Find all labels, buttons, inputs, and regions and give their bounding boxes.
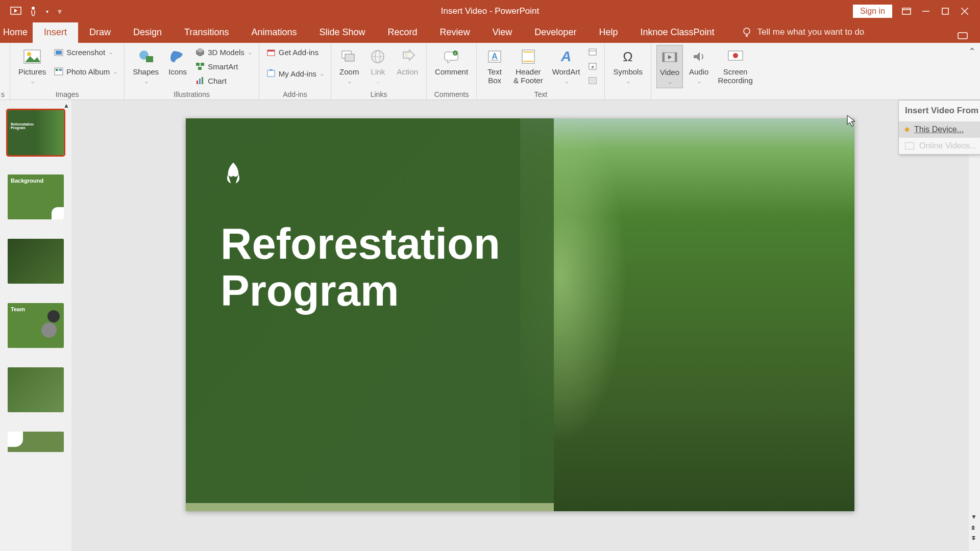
audio-button[interactable]: Audio⌵ [686,45,712,87]
pictures-button[interactable]: Pictures⌵ [15,45,49,87]
link-button[interactable]: Link⌵ [365,45,390,87]
3dmodels-button[interactable]: 3D Models⌵ [193,45,254,59]
ribbon-display-options-icon[interactable] [901,6,912,16]
object-button[interactable] [586,73,599,88]
comment-button[interactable]: + Comment [432,45,471,78]
svg-text:A: A [492,52,498,61]
slide-editor-area[interactable]: ReforestationProgram Insert Video From T… [71,100,969,551]
dropdown-item-online-videos[interactable]: Online Videos... [899,138,980,154]
pictures-icon [22,47,42,66]
slide-title-text[interactable]: ReforestationProgram [220,220,500,314]
slide-canvas[interactable]: ReforestationProgram [186,118,854,511]
tab-animations[interactable]: Animations [240,22,308,43]
svg-rect-20 [146,56,153,62]
collapse-ribbon-icon[interactable]: ⌃ [968,46,976,57]
headerfooter-button[interactable]: Header & Footer [510,45,546,87]
svg-point-8 [744,28,750,34]
dropdown-item-this-device[interactable]: This Device... [899,121,980,138]
chart-button[interactable]: Chart [193,73,254,88]
link-icon [368,47,387,66]
scroll-down-icon[interactable]: ▼ [971,513,977,520]
store-icon [266,48,276,56]
comment-icon: + [442,47,461,66]
svg-rect-22 [201,63,204,66]
tell-me-search[interactable] [741,27,911,43]
headerfooter-icon [519,47,538,66]
myaddins-button[interactable]: My Add-ins⌵ [264,66,326,81]
slide-thumbnail-5[interactable] [8,367,64,412]
share-icon[interactable] [958,33,968,43]
tab-home[interactable]: Home [0,22,33,43]
action-icon [398,47,417,66]
svg-rect-15 [56,51,62,55]
title-bar: ▾ ▾ Insert Video - PowerPoint Sign in [0,0,980,22]
group-addins-label: Add-ins [264,89,326,98]
slide-thumbnail-panel[interactable]: ▲ ReforestationProgram Background Team [0,100,71,551]
workspace: ▲ ReforestationProgram Background Team R [0,100,980,551]
action-button[interactable]: Action [394,45,421,78]
datetime-button[interactable] [586,45,599,59]
group-links-label: Links [336,89,421,98]
tab-record[interactable]: Record [377,22,429,43]
tab-insert[interactable]: Insert [33,22,78,43]
minimize-icon[interactable] [921,6,931,16]
group-illustrations-label: Illustrations [130,89,254,98]
tab-review[interactable]: Review [429,22,481,43]
tab-classpoint[interactable]: Inknoe ClassPoint [629,22,725,43]
tab-help[interactable]: Help [587,22,629,43]
online-video-icon [905,142,914,149]
zoom-button[interactable]: Zoom⌵ [336,45,362,87]
slide-thumbnail-2[interactable]: Background [8,174,64,219]
wordart-button[interactable]: A WordArt⌵ [549,45,583,87]
svg-rect-28 [267,50,275,52]
screenshot-button[interactable]: Screenshot⌵ [52,45,119,59]
slide-thumbnail-6[interactable] [8,432,64,452]
tab-transitions[interactable]: Transitions [173,22,240,43]
photoalbum-button[interactable]: Photo Album⌵ [52,64,119,79]
shapes-button[interactable]: Shapes⌵ [130,45,162,87]
smartart-icon [195,62,205,70]
svg-rect-53 [663,53,665,62]
bullet-icon [905,128,909,132]
qat-customize-icon[interactable]: ▾ [46,9,48,14]
slidenumber-button[interactable]: # [586,59,599,73]
quick-access-toolbar: ▾ ▾ [0,6,62,17]
group-slides-label: s [1,89,5,98]
close-icon[interactable] [960,6,970,16]
tab-design[interactable]: Design [122,22,173,43]
tab-view[interactable]: View [481,22,524,43]
textbox-button[interactable]: A Text Box [482,45,507,87]
tab-draw[interactable]: Draw [78,22,122,43]
signin-button[interactable]: Sign in [853,5,892,18]
slide-thumbnail-3[interactable] [8,239,64,284]
icons-button[interactable]: Icons [165,45,190,78]
slide-thumbnail-1[interactable]: ReforestationProgram [8,110,64,155]
wordart-icon: A [556,47,576,66]
next-slide-icon[interactable]: ⯯ [971,535,976,541]
slideshow-from-beginning-icon[interactable] [10,6,21,17]
prev-slide-icon[interactable]: ⯭ [971,525,976,531]
svg-rect-17 [56,69,58,71]
screenrecording-button[interactable]: Screen Recording [715,45,755,87]
tab-slideshow[interactable]: Slide Show [308,22,377,43]
svg-rect-31 [345,54,354,61]
tell-me-input[interactable] [757,27,911,37]
smartart-button[interactable]: SmartArt [193,59,254,73]
vertical-scrollbar[interactable]: ▲ ▼ ⯭ ⯯ [969,100,980,551]
touch-mouse-mode-icon[interactable] [28,6,39,17]
maximize-icon[interactable] [940,6,950,16]
getaddins-button[interactable]: Get Add-ins [264,45,326,59]
svg-rect-2 [902,8,911,14]
ribbon-insert: s Pictures⌵ Screenshot⌵ Photo Album⌵ Ima… [0,43,980,100]
slide-thumbnail-4[interactable]: Team [8,303,64,348]
thumb-scroll-up-icon[interactable]: ▲ [63,102,69,109]
svg-rect-45 [589,49,596,55]
tab-developer[interactable]: Developer [523,22,587,43]
svg-point-13 [27,52,31,56]
screenrecording-icon [726,47,745,66]
video-button[interactable]: Video⌵ [656,45,683,88]
group-symbols-label [610,89,646,98]
chart-icon [195,77,205,85]
addins-icon [266,69,276,78]
symbols-button[interactable]: Ω Symbols⌵ [610,45,646,87]
